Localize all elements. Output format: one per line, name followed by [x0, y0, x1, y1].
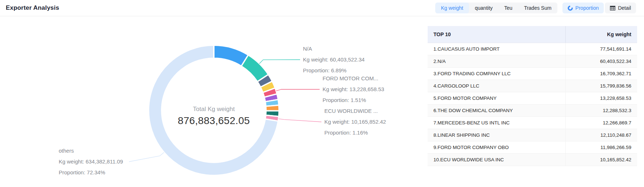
metric-tab-group: Kg weight quantity Teu Trades Sum — [435, 3, 557, 13]
table-cell-exporter: 7.MERCEDES-BENZ US INTL INC — [428, 116, 565, 129]
pie-label-kg: Kg weight: 634,382,811.09 — [59, 156, 123, 167]
pie-label-name: N/A — [303, 43, 365, 54]
pie-label-name: others — [59, 145, 123, 156]
pie-label-leader-line — [259, 60, 300, 64]
pie-label-prop: Proportion: 1.16% — [324, 127, 386, 138]
header-tabs: Kg weight quantity Teu Trades Sum Propor… — [435, 3, 636, 13]
table-row: 9.FORD MOTOR COMPANY OBO11,986,266.59 — [428, 141, 637, 153]
table-cell-kgweight: 77,541,691.14 — [565, 43, 637, 55]
table-cell-kgweight: 12,266,869.7 — [565, 116, 637, 129]
pie-label-leader-line — [276, 89, 320, 91]
table-row: 5.FORD MOTOR COMPANY13,228,658.53 — [428, 92, 637, 104]
donut-center-text: Total Kg weight 876,883,652.05 — [156, 105, 272, 128]
table-cell-kgweight: 12,288,532.3 — [565, 104, 637, 116]
pie-label-kg: Kg weight: 10,165,852.42 — [324, 116, 386, 127]
donut-center-title: Total Kg weight — [156, 105, 272, 114]
table-cell-exporter: 6.THE DOW CHEMICAL COMPANY — [428, 104, 565, 116]
pie-label-prop: Proportion: 72.34% — [59, 167, 123, 178]
table-cell-exporter: 3.FORD TRADING COMPANY LLC — [428, 67, 565, 80]
table-header-row: TOP 10 Kg weight — [428, 26, 637, 43]
pie-label-leader-line — [129, 152, 164, 162]
table-row: 6.THE DOW CHEMICAL COMPANY12,288,532.3 — [428, 104, 637, 116]
table-cell-kgweight: 13,228,658.53 — [565, 92, 637, 104]
pie-label-others: others Kg weight: 634,382,811.09 Proport… — [59, 145, 123, 178]
table-row: 7.MERCEDES-BENZ US INTL INC12,266,869.7 — [428, 116, 637, 129]
table-cell-kgweight: 15,799,836.56 — [565, 80, 637, 92]
table-cell-kgweight: 16,709,362.71 — [565, 67, 637, 80]
pie-label-ecu-worldwide: ECU WORLDWIDE ... Kg weight: 10,165,852.… — [324, 106, 386, 138]
pie-label-kg: Kg weight: 13,228,658.53 — [323, 84, 384, 95]
pie-label-leader-line — [278, 119, 321, 122]
table-cell-exporter: 5.FORD MOTOR COMPANY — [428, 92, 565, 104]
table-cell-exporter: 2.N/A — [428, 55, 565, 67]
page-header: Exporter Analysis Kg weight quantity Teu… — [0, 0, 644, 16]
table-grid-icon — [610, 6, 615, 10]
main-content: Total Kg weight 876,883,652.05 N/A Kg we… — [0, 16, 644, 187]
table-cell-kgweight: 12,110,248.67 — [565, 129, 637, 141]
table-cell-exporter: 1.CAUCASUS AUTO IMPORT — [428, 43, 565, 55]
table-cell-exporter: 10.ECU WORLDWIDE USA INC — [428, 153, 565, 166]
view-detail-button[interactable]: Detail — [605, 3, 636, 13]
donut-chart-icon — [568, 5, 573, 11]
table-row: 10.ECU WORLDWIDE USA INC10,165,852.42 — [428, 153, 637, 166]
table-cell-kgweight: 10,165,852.42 — [565, 153, 637, 166]
page-title: Exporter Analysis — [6, 4, 59, 12]
top10-table: TOP 10 Kg weight 1.CAUCASUS AUTO IMPORT7… — [428, 26, 637, 166]
table-row: 8.LINEAR SHIPPING INC12,110,248.67 — [428, 129, 637, 141]
tab-kg-weight[interactable]: Kg weight — [435, 3, 469, 13]
pie-label-name: ECU WORLDWIDE ... — [324, 106, 386, 116]
table-row: 4.CARGOLOOP LLC15,799,836.56 — [428, 80, 637, 92]
table-cell-kgweight: 60,403,522.34 — [565, 55, 637, 67]
view-tab-group: Proportion Detail — [562, 3, 636, 13]
table-row: 1.CAUCASUS AUTO IMPORT77,541,691.14 — [428, 43, 637, 55]
table-header-kgweight: Kg weight — [565, 26, 637, 43]
table-row: 3.FORD TRADING COMPANY LLC16,709,362.71 — [428, 67, 637, 80]
top10-table-card: TOP 10 Kg weight 1.CAUCASUS AUTO IMPORT7… — [428, 26, 637, 166]
tab-quantity[interactable]: quantity — [469, 3, 498, 13]
pie-label-kg: Kg weight: 60,403,522.34 — [303, 54, 365, 65]
view-proportion-label: Proportion — [576, 5, 599, 11]
pie-label-na: N/A Kg weight: 60,403,522.34 Proportion:… — [303, 43, 365, 76]
pie-label-name: FORD MOTOR COM... — [323, 73, 384, 84]
view-detail-label: Detail — [618, 5, 631, 11]
table-cell-exporter: 9.FORD MOTOR COMPANY OBO — [428, 141, 565, 153]
tab-teu[interactable]: Teu — [498, 3, 518, 13]
pie-label-ford-motor: FORD MOTOR COM... Kg weight: 13,228,658.… — [323, 73, 384, 106]
table-cell-kgweight: 11,986,266.59 — [565, 141, 637, 153]
table-cell-exporter: 4.CARGOLOOP LLC — [428, 80, 565, 92]
table-cell-exporter: 8.LINEAR SHIPPING INC — [428, 129, 565, 141]
table-header-top10: TOP 10 — [428, 26, 565, 43]
table-row: 2.N/A60,403,522.34 — [428, 55, 637, 67]
pie-label-prop: Proportion: 1.51% — [323, 95, 384, 106]
view-proportion-button[interactable]: Proportion — [562, 3, 604, 13]
tab-trades-sum[interactable]: Trades Sum — [518, 3, 557, 13]
donut-center-total: 876,883,652.05 — [156, 114, 272, 128]
